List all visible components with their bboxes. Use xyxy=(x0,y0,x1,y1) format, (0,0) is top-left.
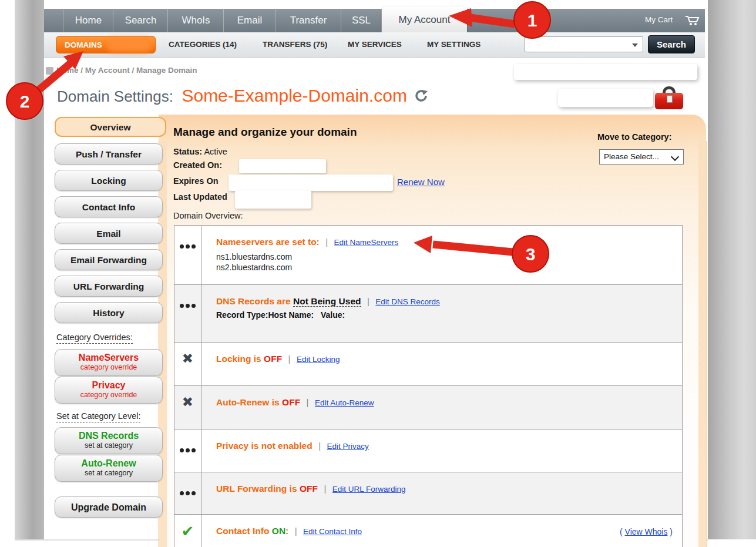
tab-my-account-active[interactable]: My Account xyxy=(382,6,467,32)
tab-email[interactable]: Email xyxy=(223,9,275,32)
page-title-domain: Some-Example-Domain.com xyxy=(182,86,406,105)
tab-search[interactable]: Search xyxy=(113,9,168,32)
override-title: NameServers xyxy=(55,352,162,363)
sidebar-tab-email-forwarding[interactable]: Email Forwarding xyxy=(55,249,163,270)
status-value: Active xyxy=(204,147,227,156)
category-select[interactable]: Please Select... xyxy=(599,149,684,165)
my-cart-link[interactable]: My Cart xyxy=(645,9,673,32)
chevron-down-icon[interactable] xyxy=(632,43,638,47)
dots-icon xyxy=(174,429,201,472)
row-title: Auto-Renew is xyxy=(216,397,280,407)
table-row-locking: ✖ Locking is OFF | Edit Locking xyxy=(174,343,682,386)
separator: | xyxy=(291,526,301,536)
status-line: Status: Active xyxy=(173,147,227,156)
page-title-prefix: Domain Settings: xyxy=(57,88,173,105)
x-icon: ✖ xyxy=(174,343,201,385)
separator: | xyxy=(315,441,324,451)
sub-navigation-bar: DOMAINS CATEGORIES (14) TRANSFERS (75) M… xyxy=(44,32,705,58)
subnav-my-services[interactable]: MY SERVICES xyxy=(348,32,402,57)
sidebar-button-dns-records-category[interactable]: DNS Records set at category xyxy=(55,427,163,454)
edit-locking-link[interactable]: Edit Locking xyxy=(297,355,340,364)
sidebar-tab-email[interactable]: Email xyxy=(55,223,163,244)
tab-transfer[interactable]: Transfer xyxy=(275,9,341,32)
sidebar-button-privacy-override[interactable]: Privacy category override xyxy=(55,377,163,404)
nameserver-value: ns1.bluestardns.com xyxy=(216,251,674,262)
expires-line: Expires On xyxy=(173,176,219,186)
table-row-privacy: Privacy is not enabled | Edit Privacy xyxy=(174,429,682,472)
search-button[interactable]: Search xyxy=(648,35,695,53)
refresh-icon[interactable] xyxy=(414,89,428,103)
created-label: Created On: xyxy=(173,160,222,170)
sidebar-tab-history[interactable]: History xyxy=(55,302,163,323)
breadcrumb[interactable]: Home / My Account / Manage Domain xyxy=(56,66,197,75)
subnav-my-settings[interactable]: MY SETTINGS xyxy=(427,32,481,57)
redacted-box-expires-date xyxy=(229,174,393,191)
section-heading: Manage and organize your domain xyxy=(173,126,357,139)
subnav-domains-button[interactable]: DOMAINS xyxy=(56,36,156,53)
override-title: Privacy xyxy=(55,380,162,391)
separator: | xyxy=(364,296,373,306)
edit-privacy-link[interactable]: Edit Privacy xyxy=(327,442,369,451)
upgrade-domain-button[interactable]: Upgrade Domain xyxy=(55,496,163,518)
row-title: URL Forwarding is xyxy=(216,484,297,494)
view-whois-link[interactable]: View Whois xyxy=(625,527,668,536)
redacted-box-breadcrumb xyxy=(514,64,697,80)
window-right-margin xyxy=(708,0,756,539)
domain-search-combobox[interactable] xyxy=(525,36,643,52)
row-status: OFF xyxy=(264,354,282,364)
paren-close: ) xyxy=(667,527,673,536)
edit-nameservers-link[interactable]: Edit NameServers xyxy=(334,238,399,247)
expires-label: Expires On xyxy=(173,176,219,186)
set-at-sub: set at category xyxy=(55,441,162,449)
top-navigation-bar: Home Search WhoIs Email Transfer SSL My … xyxy=(44,9,705,32)
row-title: Locking is xyxy=(216,354,261,364)
last-updated-line: Last Updated xyxy=(173,192,227,202)
cart-icon[interactable] xyxy=(684,15,701,26)
override-sub: category override xyxy=(55,391,162,399)
set-at-title: Auto-Renew xyxy=(55,458,162,469)
dots-icon xyxy=(174,285,201,342)
category-overrides-label: Category Overrides: xyxy=(56,333,133,344)
sidebar-tab-push-transfer[interactable]: Push / Transfer xyxy=(55,143,163,165)
edit-url-forwarding-link[interactable]: Edit URL Forwarding xyxy=(332,485,406,494)
edit-contact-info-link[interactable]: Edit Contact Info xyxy=(303,527,362,536)
row-title: Contact Info xyxy=(216,526,269,536)
set-at-sub: set at category xyxy=(55,469,162,477)
renew-now-link[interactable]: Renew Now xyxy=(397,177,445,187)
row-status: ON xyxy=(272,526,285,536)
row-status: OFF xyxy=(282,397,300,407)
table-row-url-forwarding: URL Forwarding is OFF | Edit URL Forward… xyxy=(174,472,682,515)
check-icon: ✔ xyxy=(174,515,201,547)
tab-ssl[interactable]: SSL xyxy=(341,9,382,32)
sidebar-button-auto-renew-category[interactable]: Auto-Renew set at category xyxy=(55,455,163,482)
breadcrumb-home-icon xyxy=(46,67,53,75)
sidebar-tab-locking[interactable]: Locking xyxy=(55,170,163,191)
sidebar-button-nameservers-override[interactable]: NameServers category override xyxy=(55,349,163,376)
toolbox-icon[interactable] xyxy=(655,86,683,109)
edit-dns-records-link[interactable]: Edit DNS Records xyxy=(375,297,440,306)
paren-open: ( xyxy=(620,527,625,536)
row-title: DNS Records are xyxy=(216,296,291,306)
set-at-title: DNS Records xyxy=(55,430,162,441)
sidebar-tab-contact-info[interactable]: Contact Info xyxy=(55,196,163,217)
nameserver-value: ns2.bluestardns.com xyxy=(216,262,674,273)
dots-icon xyxy=(174,226,201,284)
redaction-blur xyxy=(107,38,152,52)
domain-overview-label: Domain Overview: xyxy=(173,211,243,220)
dots-icon xyxy=(174,472,201,514)
row-status: OFF xyxy=(300,484,318,494)
edit-auto-renew-link[interactable]: Edit Auto-Renew xyxy=(315,398,374,407)
window-left-margin xyxy=(15,0,44,539)
sidebar-tab-overview[interactable]: Overview xyxy=(55,117,166,137)
category-select-value: Please Select... xyxy=(604,152,659,161)
panel-right-edge xyxy=(698,141,707,547)
row-title: Nameservers are set to: xyxy=(216,237,320,247)
subnav-transfers[interactable]: TRANSFERS (75) xyxy=(263,32,327,57)
tab-home[interactable]: Home xyxy=(63,9,113,32)
sidebar-tab-url-forwarding[interactable]: URL Forwarding xyxy=(55,276,163,297)
view-whois-wrap: ( View Whois ) xyxy=(620,527,673,536)
tab-whois[interactable]: WhoIs xyxy=(167,9,224,32)
toolbox-latch xyxy=(667,95,673,103)
domain-search-input[interactable] xyxy=(526,38,631,52)
subnav-categories[interactable]: CATEGORIES (14) xyxy=(169,32,237,57)
